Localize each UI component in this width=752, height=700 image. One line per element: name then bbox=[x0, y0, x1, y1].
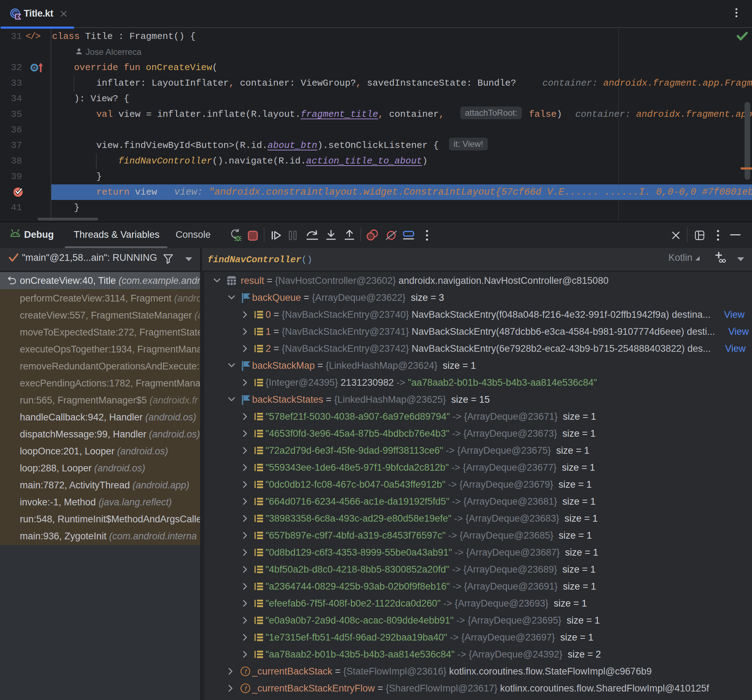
svg-text:f: f bbox=[245, 685, 247, 692]
svg-text:f: f bbox=[245, 668, 247, 675]
